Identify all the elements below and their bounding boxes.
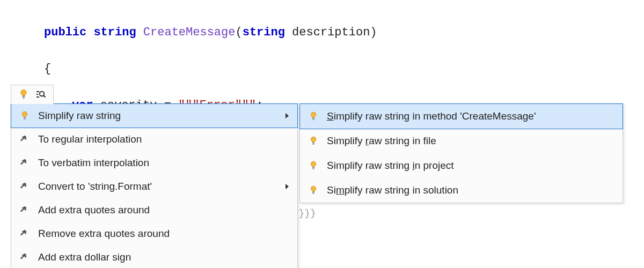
hammer-icon: [19, 205, 31, 215]
inspect-icon: [35, 89, 47, 100]
lightbulb-icon: [308, 185, 319, 195]
svg-rect-15: [312, 143, 314, 144]
submenu-item-file[interactable]: Simplify raw string in file: [300, 129, 623, 153]
svg-rect-11: [312, 118, 314, 118]
submenu-arrow-icon: [284, 181, 290, 192]
menu-item-remove-extra-quotes[interactable]: Remove extra quotes around: [11, 222, 297, 245]
submenu-item-solution[interactable]: Simplify raw string in solution: [300, 178, 623, 203]
svg-rect-21: [312, 192, 314, 193]
menu-item-label: Remove extra quotes around: [38, 228, 291, 240]
lightbulb-icon: [19, 111, 31, 121]
menu-item-to-verbatim-interpolation[interactable]: To verbatim interpolation: [11, 151, 297, 175]
svg-rect-18: [312, 168, 314, 168]
menu-item-label: Add extra quotes around: [38, 204, 291, 216]
lightbulb-icon: [308, 161, 319, 170]
hammer-icon: [19, 135, 31, 144]
menu-item-add-extra-dollar[interactable]: Add extra dollar sign: [11, 245, 297, 268]
quick-actions-menu: Simplify raw string To regular interpola…: [11, 103, 298, 268]
submenu-item-label: Simplify raw string in project: [327, 160, 616, 172]
menu-item-label: Convert to 'string.Format': [38, 181, 291, 192]
hammer-icon: [19, 229, 31, 239]
svg-rect-9: [24, 118, 26, 118]
svg-rect-20: [312, 192, 314, 192]
hammer-icon: [19, 252, 31, 262]
quick-actions-submenu: Simplify raw string in method 'CreateMes…: [299, 103, 623, 203]
quick-actions-tab[interactable]: [11, 85, 54, 104]
code-line-1: public string CreateMessage(string descr…: [0, 24, 644, 42]
submenu-arrow-icon: [284, 110, 290, 122]
svg-rect-2: [23, 98, 24, 99]
menu-item-to-regular-interpolation[interactable]: To regular interpolation: [11, 128, 297, 151]
svg-rect-22: [312, 193, 314, 194]
lightbulb-icon: [308, 111, 319, 121]
svg-point-6: [40, 92, 44, 96]
menu-item-add-extra-quotes[interactable]: Add extra quotes around: [11, 198, 297, 222]
svg-rect-10: [24, 119, 25, 120]
svg-rect-17: [312, 167, 314, 168]
svg-rect-12: [312, 118, 314, 119]
svg-rect-13: [312, 120, 314, 120]
submenu-item-method[interactable]: Simplify raw string in method 'CreateMes…: [299, 103, 623, 129]
code-line-2: {: [0, 60, 644, 78]
menu-item-label: Simplify raw string: [38, 110, 291, 122]
submenu-item-label: Simplify raw string in solution: [327, 184, 616, 196]
menu-item-label: Add extra dollar sign: [38, 251, 291, 263]
svg-rect-8: [24, 117, 26, 118]
menu-item-label: To regular interpolation: [38, 133, 291, 145]
submenu-item-label: Simplify raw string in file: [327, 135, 616, 147]
svg-rect-0: [23, 96, 25, 96]
menu-item-simplify-raw-string[interactable]: Simplify raw string: [11, 103, 298, 128]
svg-rect-16: [312, 144, 314, 145]
menu-item-label: To verbatim interpolation: [38, 157, 291, 169]
svg-line-7: [43, 95, 46, 98]
submenu-item-project[interactable]: Simplify raw string in project: [300, 153, 623, 178]
lightbulb-icon: [18, 89, 30, 100]
svg-rect-19: [312, 169, 314, 169]
menu-item-convert-string-format[interactable]: Convert to 'string.Format': [11, 175, 297, 198]
svg-rect-14: [312, 143, 314, 143]
lightbulb-icon: [308, 136, 319, 146]
submenu-item-label: Simplify raw string in method 'CreateMes…: [327, 110, 616, 122]
svg-rect-1: [23, 97, 25, 98]
hammer-icon: [19, 158, 31, 168]
hammer-icon: [19, 182, 31, 191]
